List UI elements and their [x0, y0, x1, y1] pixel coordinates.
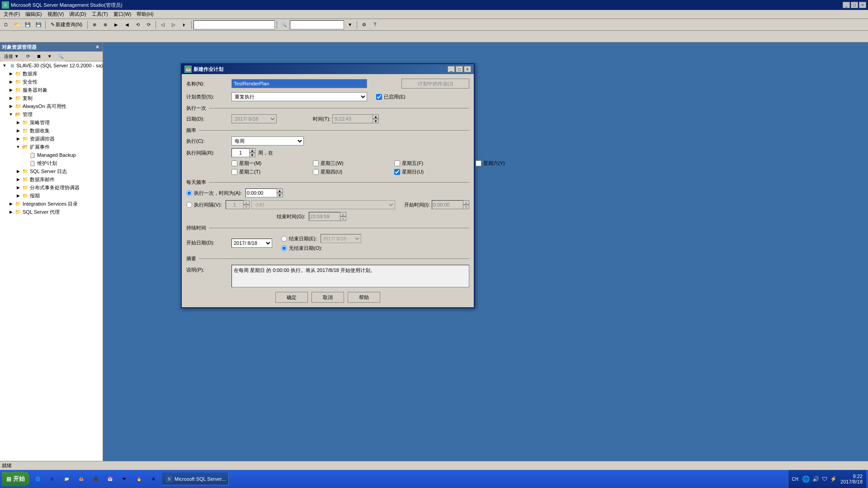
- checkbox-sat[interactable]: [476, 160, 481, 166]
- once-time-up-btn[interactable]: ▲: [277, 188, 283, 193]
- tree-item-dtc[interactable]: ▶ 📁 分布式事务处理协调器: [0, 183, 103, 192]
- tree-item-resourcegov[interactable]: ▶ 📁 资源调控器: [0, 135, 103, 143]
- time-down-btn[interactable]: ▼: [373, 119, 379, 123]
- tree-item-maintenance[interactable]: 📋 维护计划: [0, 159, 103, 167]
- start-time-down-btn[interactable]: ▼: [463, 205, 469, 209]
- checkbox-fri[interactable]: [394, 160, 400, 166]
- quicklaunch-ie[interactable]: 🌐: [31, 473, 44, 485]
- checkbox-sun[interactable]: [394, 169, 400, 175]
- interval-v-up-btn[interactable]: ▲: [243, 200, 250, 205]
- checkbox-thu[interactable]: [313, 169, 319, 175]
- end-time-input[interactable]: [309, 212, 340, 221]
- name-input[interactable]: [231, 79, 367, 88]
- quicklaunch-heart[interactable]: ❤: [118, 473, 131, 485]
- time-up-btn[interactable]: ▲: [373, 114, 379, 119]
- tree-item-replication[interactable]: ▶ 📁 复制: [0, 94, 103, 102]
- tree-item-management[interactable]: ▼ 📂 管理: [0, 110, 103, 118]
- start-button[interactable]: ⊞ 开始: [2, 472, 29, 486]
- interval-up-btn[interactable]: ▲: [249, 148, 255, 153]
- tree-item-policy[interactable]: ▶ 📁 策略管理: [0, 118, 103, 127]
- tree-item-server[interactable]: ▼ 🖥 SLAVE-30 (SQL Server 12.0.2000 - sa): [0, 61, 103, 70]
- save-btn[interactable]: 💾: [23, 20, 33, 30]
- settings-btn[interactable]: ⚙: [359, 20, 369, 30]
- quicklaunch-ssms[interactable]: S: [46, 473, 58, 485]
- tree-item-security[interactable]: ▶ 📁 安全性: [0, 78, 103, 86]
- help-icon-btn[interactable]: ?: [370, 20, 380, 30]
- dialog-restore-btn[interactable]: □: [456, 66, 463, 72]
- tb-btn9[interactable]: ⏵: [179, 20, 189, 30]
- server-input[interactable]: [193, 20, 275, 29]
- end-time-up-btn[interactable]: ▲: [340, 212, 346, 216]
- tree-item-extendedevents[interactable]: ▼ 📂 扩展事件: [0, 143, 103, 151]
- tb-btn7[interactable]: ◁: [158, 20, 168, 30]
- checkbox-tue[interactable]: [231, 169, 237, 175]
- search-btn[interactable]: 🔍: [279, 20, 289, 30]
- tb-btn5[interactable]: ⟲: [133, 20, 143, 30]
- tree-item-sqllog[interactable]: ▶ 📁 SQL Server 日志: [0, 167, 103, 175]
- menu-file[interactable]: 文件(F): [1, 10, 23, 19]
- tree-item-alwayson[interactable]: ▶ 📁 AlwaysOn 高可用性: [0, 102, 103, 110]
- quicklaunch-cal[interactable]: 📅: [104, 473, 116, 485]
- menu-help[interactable]: 帮助(H): [134, 10, 156, 19]
- checkbox-mon[interactable]: [231, 160, 237, 166]
- interval-v-input[interactable]: [226, 200, 244, 209]
- menu-edit[interactable]: 编辑(E): [23, 10, 45, 19]
- tree-item-datacollect[interactable]: ▶ 📁 数据收集: [0, 127, 103, 135]
- interval-input[interactable]: [231, 148, 250, 157]
- oe-search-btn[interactable]: 🔍: [56, 52, 66, 61]
- quicklaunch-ff[interactable]: 🔥: [132, 473, 145, 485]
- once-time-down-btn[interactable]: ▼: [277, 193, 283, 197]
- menu-tools[interactable]: 工具(T): [89, 10, 111, 19]
- tree-item-dbmail[interactable]: ▶ 📁 数据库邮件: [0, 175, 103, 183]
- help-button[interactable]: 帮助: [348, 292, 380, 303]
- execute-select[interactable]: 每周: [231, 136, 304, 145]
- interval-v-down-btn[interactable]: ▼: [243, 205, 250, 209]
- filter-btn[interactable]: ▼: [345, 20, 355, 30]
- tree-item-sqlagent[interactable]: ▶ 📁 SQL Server 代理: [0, 208, 103, 216]
- oe-connect-btn[interactable]: 连接 ▼: [1, 52, 22, 61]
- tree-item-is[interactable]: ▶ 📁 Integration Services 目录: [0, 200, 103, 208]
- date-select[interactable]: 2017/ 8/18: [231, 114, 277, 123]
- cancel-button[interactable]: 取消: [311, 292, 344, 303]
- menu-window[interactable]: 窗口(W): [111, 10, 134, 19]
- enabled-checkbox[interactable]: [376, 94, 382, 100]
- interval-down-btn[interactable]: ▼: [249, 153, 255, 157]
- save-all-btn[interactable]: 💾: [33, 20, 43, 30]
- no-end-date-radio[interactable]: [281, 245, 287, 251]
- oe-close-btn[interactable]: ×: [94, 44, 101, 50]
- tb-btn4[interactable]: ◀: [122, 20, 132, 30]
- menu-debug[interactable]: 调试(D): [66, 10, 89, 19]
- quicklaunch-folder[interactable]: 📁: [60, 473, 73, 485]
- dialog-close-btn[interactable]: ×: [464, 66, 471, 72]
- once-time-input[interactable]: [245, 188, 277, 197]
- restore-button[interactable]: □: [851, 2, 858, 8]
- ok-button[interactable]: 确定: [275, 292, 308, 303]
- oe-refresh-btn[interactable]: ⟳: [23, 52, 33, 61]
- menu-view[interactable]: 视图(V): [45, 10, 67, 19]
- tree-item-reports[interactable]: ▶ 📁 报期: [0, 192, 103, 200]
- end-date-select[interactable]: 2017/ 8/18: [321, 234, 361, 243]
- once-radio[interactable]: [186, 190, 192, 196]
- tree-item-managed-backup[interactable]: 📋 Managed Backup: [0, 151, 103, 159]
- start-time-input[interactable]: [432, 200, 463, 209]
- search-input[interactable]: [290, 20, 344, 29]
- close-button[interactable]: ×: [859, 2, 866, 8]
- tb-btn1[interactable]: ⊕: [90, 20, 99, 30]
- schedule-type-select[interactable]: 重复执行: [231, 92, 367, 101]
- time-input[interactable]: [332, 114, 373, 123]
- dialog-minimize-btn[interactable]: _: [448, 66, 455, 72]
- jobs-in-schedule-btn[interactable]: 计划中的作业(J): [401, 79, 469, 89]
- end-date-radio[interactable]: [281, 236, 287, 242]
- oe-stop-btn[interactable]: ⏹: [34, 52, 44, 61]
- start-date-select[interactable]: 2017/ 8/18: [231, 239, 272, 248]
- summary-textarea[interactable]: 在每周 星期日 的 0:00:00 执行。将从 2017/8/18 开始使用计划…: [231, 265, 469, 287]
- new-query-btn[interactable]: ✎ 新建查询(N): [47, 20, 85, 30]
- tree-item-databases[interactable]: ▶ 📁 数据库: [0, 70, 103, 78]
- new-btn[interactable]: 🗋: [1, 20, 11, 30]
- checkbox-wed[interactable]: [313, 160, 319, 166]
- taskbar-item-ssms[interactable]: S Microsoft SQL Server...: [162, 473, 229, 485]
- start-time-up-btn[interactable]: ▲: [463, 200, 469, 205]
- tree-item-serverobj[interactable]: ▶ 📁 服务器对象: [0, 86, 103, 94]
- tb-btn8[interactable]: ▷: [169, 20, 179, 30]
- tb-btn3[interactable]: ▶: [111, 20, 121, 30]
